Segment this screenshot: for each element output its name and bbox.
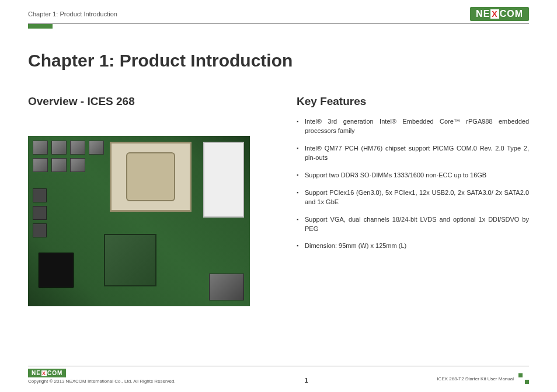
footer-logo-post: COM xyxy=(47,370,62,376)
chapter-title: Chapter 1: Product Introduction xyxy=(28,51,529,71)
capacitor xyxy=(89,141,104,155)
overview-column: Overview - ICES 268 xyxy=(28,95,273,306)
small-chip xyxy=(33,206,47,220)
feature-item: Support two DDR3 SO-DIMMs 1333/1600 non-… xyxy=(297,171,529,180)
capacitor xyxy=(51,141,67,155)
capacitor xyxy=(70,158,85,172)
capacitor-row-2 xyxy=(33,158,85,172)
feature-item: Dimension: 95mm (W) x 125mm (L) xyxy=(297,242,529,251)
side-chips xyxy=(33,188,47,237)
product-board-image xyxy=(28,136,250,306)
features-list: Intel® 3rd generation Intel® Embedded Co… xyxy=(297,117,529,251)
black-chip xyxy=(39,253,74,288)
features-column: Key Features Intel® 3rd generation Intel… xyxy=(297,95,529,306)
memory-slot xyxy=(203,142,244,218)
feature-item: Intel® QM77 PCH (HM76) chipset support P… xyxy=(297,144,529,163)
feature-item: Support VGA, dual channels 18/24-bit LVD… xyxy=(297,215,529,234)
page-footer: NEXCOM Copyright © 2013 NEXCOM Internati… xyxy=(28,366,529,384)
accent-bar xyxy=(28,24,53,29)
footer-left: NEXCOM Copyright © 2013 NEXCOM Internati… xyxy=(28,369,176,384)
nexcom-logo: NEXCOM xyxy=(470,7,529,21)
regulator-block xyxy=(209,274,244,300)
small-chip xyxy=(33,223,47,237)
capacitor xyxy=(33,158,48,172)
cpu-socket-center xyxy=(126,152,175,201)
logo-post: COM xyxy=(500,9,523,19)
capacitor xyxy=(33,141,48,155)
logo-pre: NE xyxy=(476,9,490,19)
cpu-socket xyxy=(110,142,192,212)
page-header: Chapter 1: Product Introduction NEXCOM xyxy=(28,0,529,24)
small-chip xyxy=(33,188,47,202)
capacitor-row-top xyxy=(33,141,104,155)
footer-right: ICEK 268-T2 Starter Kit User Manual xyxy=(437,373,529,384)
logo-x: X xyxy=(490,9,499,19)
feature-item: Support PCIex16 (Gen3.0), 5x PCIex1, 12x… xyxy=(297,188,529,207)
manual-name: ICEK 268-T2 Starter Kit User Manual xyxy=(437,376,514,382)
capacitor xyxy=(70,141,85,155)
content-columns: Overview - ICES 268 xyxy=(28,95,529,306)
overview-title: Overview - ICES 268 xyxy=(28,95,273,108)
footer-mark-icon xyxy=(518,373,529,384)
capacitor xyxy=(51,158,67,172)
pch-chip xyxy=(104,234,156,286)
footer-logo-pre: NE xyxy=(32,370,41,376)
page-number: 1 xyxy=(304,377,308,384)
copyright-text: Copyright © 2013 NEXCOM International Co… xyxy=(28,379,176,384)
footer-nexcom-logo: NEXCOM xyxy=(28,369,66,377)
features-title: Key Features xyxy=(297,95,529,108)
breadcrumb: Chapter 1: Product Introduction xyxy=(28,10,117,18)
feature-item: Intel® 3rd generation Intel® Embedded Co… xyxy=(297,117,529,136)
footer-logo-x: X xyxy=(41,370,47,376)
